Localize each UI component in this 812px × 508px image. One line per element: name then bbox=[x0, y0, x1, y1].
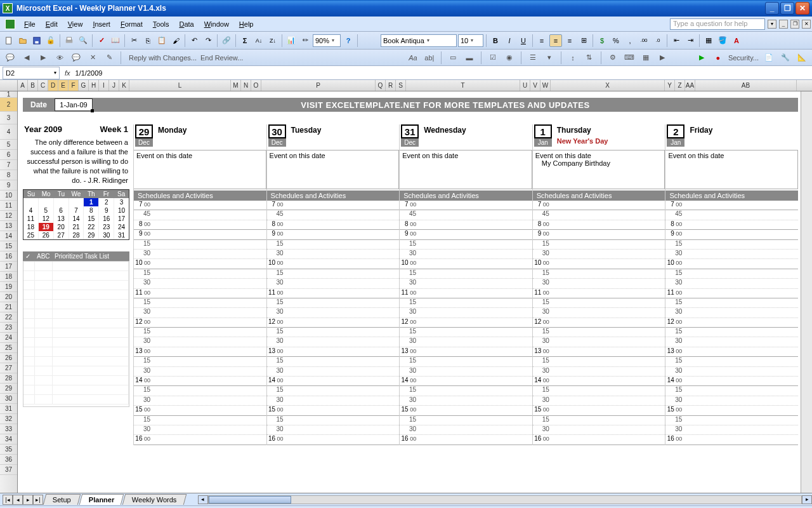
app-menu-icon[interactable] bbox=[5, 19, 15, 29]
column-header[interactable]: O bbox=[251, 80, 261, 91]
row-header[interactable]: 30 bbox=[0, 394, 17, 404]
tab-nav-prev[interactable]: ◂ bbox=[13, 495, 23, 505]
row-header[interactable]: 18 bbox=[0, 272, 17, 282]
print-preview-button[interactable]: 🔍 bbox=[77, 34, 89, 47]
zoom-combo[interactable]: 90%▾ bbox=[313, 34, 341, 47]
column-header[interactable]: AA bbox=[685, 80, 695, 91]
sheet-tab-weekly-words[interactable]: Weekly Words bbox=[122, 494, 187, 505]
menu-format[interactable]: Format bbox=[115, 19, 148, 29]
sort-desc-button[interactable]: Z↓ bbox=[266, 34, 279, 47]
decrease-indent-button[interactable]: ⇤ bbox=[670, 34, 683, 47]
design-mode-button[interactable]: 📐 bbox=[796, 51, 808, 64]
row-header[interactable]: 37 bbox=[0, 465, 17, 475]
redo-button[interactable]: ↷ bbox=[202, 34, 214, 47]
column-header[interactable]: N bbox=[241, 80, 251, 91]
sheet-tab-setup[interactable]: Setup bbox=[43, 494, 81, 505]
autosum-button[interactable]: Σ bbox=[239, 34, 251, 47]
maximize-button[interactable]: ❐ bbox=[780, 2, 794, 15]
close-button[interactable]: ✕ bbox=[796, 2, 809, 15]
row-header[interactable]: 14 bbox=[0, 231, 17, 241]
forms-code-button[interactable]: ⌨ bbox=[623, 51, 636, 64]
forms-run-button[interactable]: ▶ bbox=[656, 51, 669, 64]
decrease-decimal-button[interactable]: .0 bbox=[652, 34, 664, 47]
name-box[interactable]: D2▾ bbox=[3, 67, 60, 79]
doc-restore-button[interactable]: ❐ bbox=[790, 20, 799, 29]
tab-nav-next[interactable]: ▸ bbox=[23, 495, 33, 505]
delete-comment-button[interactable]: ✕ bbox=[86, 51, 99, 64]
menu-tools[interactable]: Tools bbox=[148, 19, 174, 29]
menu-file[interactable]: File bbox=[19, 19, 41, 29]
row-header[interactable]: 36 bbox=[0, 455, 17, 465]
forms-properties-button[interactable]: ⚙ bbox=[606, 51, 619, 64]
row-header[interactable]: 31 bbox=[0, 404, 17, 414]
column-header[interactable]: B bbox=[28, 80, 38, 91]
hyperlink-button[interactable]: 🔗 bbox=[220, 34, 233, 47]
scroll-left-button[interactable]: ◂ bbox=[198, 495, 208, 504]
undo-button[interactable]: ↶ bbox=[188, 34, 200, 47]
row-header[interactable]: 2 bbox=[0, 98, 17, 112]
event-box[interactable]: Event on this date My Company Birthday bbox=[533, 150, 665, 189]
row-header[interactable]: 23 bbox=[0, 323, 17, 333]
row-header[interactable]: 6 bbox=[0, 150, 17, 160]
row-header[interactable]: 1 bbox=[0, 91, 17, 98]
menu-edit[interactable]: Edit bbox=[41, 19, 63, 29]
column-header[interactable]: W bbox=[540, 80, 551, 91]
column-header[interactable]: AB bbox=[695, 80, 797, 91]
scroll-thumb[interactable] bbox=[209, 496, 291, 504]
event-box[interactable]: Event on this date bbox=[400, 150, 532, 189]
column-header[interactable]: I bbox=[99, 80, 109, 91]
fill-color-button[interactable]: 🪣 bbox=[716, 34, 729, 47]
menu-window[interactable]: Window bbox=[199, 19, 234, 29]
borders-button[interactable]: ▦ bbox=[702, 34, 715, 47]
forms-option-button[interactable]: ◉ bbox=[503, 51, 516, 64]
copy-button[interactable]: ⎘ bbox=[141, 34, 154, 47]
show-comment-button[interactable]: 👁 bbox=[53, 51, 66, 64]
row-header[interactable]: 25 bbox=[0, 343, 17, 353]
row-header[interactable]: 3 bbox=[0, 112, 17, 124]
control-toolbox-button[interactable]: 🔧 bbox=[779, 51, 792, 64]
fx-icon[interactable]: fx bbox=[65, 69, 70, 77]
forms-list-button[interactable]: ☰ bbox=[527, 51, 539, 64]
row-header[interactable]: 20 bbox=[0, 292, 17, 302]
row-header[interactable]: 13 bbox=[0, 221, 17, 231]
new-button[interactable] bbox=[3, 34, 15, 47]
row-header[interactable]: 34 bbox=[0, 434, 17, 444]
column-header[interactable]: E bbox=[58, 80, 69, 91]
row-header[interactable]: 32 bbox=[0, 414, 17, 424]
align-center-button[interactable]: ≡ bbox=[549, 34, 562, 47]
sheet-tab-planner[interactable]: Planner bbox=[79, 494, 124, 505]
forms-group-button[interactable]: ▭ bbox=[447, 51, 459, 64]
sort-asc-button[interactable]: A↓ bbox=[252, 34, 265, 47]
spelling-button[interactable]: ✓ bbox=[95, 34, 108, 47]
row-header[interactable]: 15 bbox=[0, 241, 17, 251]
drawing-button[interactable]: ✏ bbox=[299, 34, 311, 47]
formula-input[interactable]: 1/1/2009 bbox=[75, 69, 103, 77]
vertical-scrollbar[interactable] bbox=[801, 91, 812, 493]
currency-button[interactable]: $ bbox=[596, 34, 608, 47]
increase-indent-button[interactable]: ⇥ bbox=[684, 34, 697, 47]
column-header[interactable]: F bbox=[69, 80, 79, 91]
help-dropdown[interactable]: ▾ bbox=[768, 20, 776, 29]
row-header[interactable]: 10 bbox=[0, 190, 17, 201]
help-button[interactable]: ? bbox=[342, 34, 355, 47]
sheet-content[interactable]: Date 1-Jan-09 VISIT EXCELTEMPLATE.NET FO… bbox=[18, 91, 801, 493]
bold-button[interactable]: B bbox=[489, 34, 502, 47]
column-header[interactable]: A bbox=[18, 80, 28, 91]
show-all-comments-button[interactable]: 💬 bbox=[70, 51, 82, 64]
row-header[interactable]: 4 bbox=[0, 124, 17, 140]
increase-decimal-button[interactable]: .00 bbox=[638, 34, 650, 47]
minimize-button[interactable]: _ bbox=[765, 2, 779, 15]
column-header[interactable]: V bbox=[530, 80, 540, 91]
row-header[interactable]: 8 bbox=[0, 170, 17, 180]
column-header[interactable]: D bbox=[48, 80, 58, 91]
column-header[interactable]: K bbox=[119, 80, 129, 91]
column-header[interactable]: Z bbox=[675, 80, 685, 91]
new-comment-button[interactable]: 💬 bbox=[4, 51, 16, 64]
paste-button[interactable]: 📋 bbox=[155, 34, 168, 47]
column-header[interactable]: M bbox=[231, 80, 241, 91]
task-list[interactable] bbox=[23, 261, 129, 407]
column-header[interactable]: C bbox=[38, 80, 48, 91]
column-header[interactable]: L bbox=[129, 80, 231, 91]
event-box[interactable]: Event on this date bbox=[134, 150, 266, 189]
select-all-corner[interactable] bbox=[0, 80, 18, 91]
